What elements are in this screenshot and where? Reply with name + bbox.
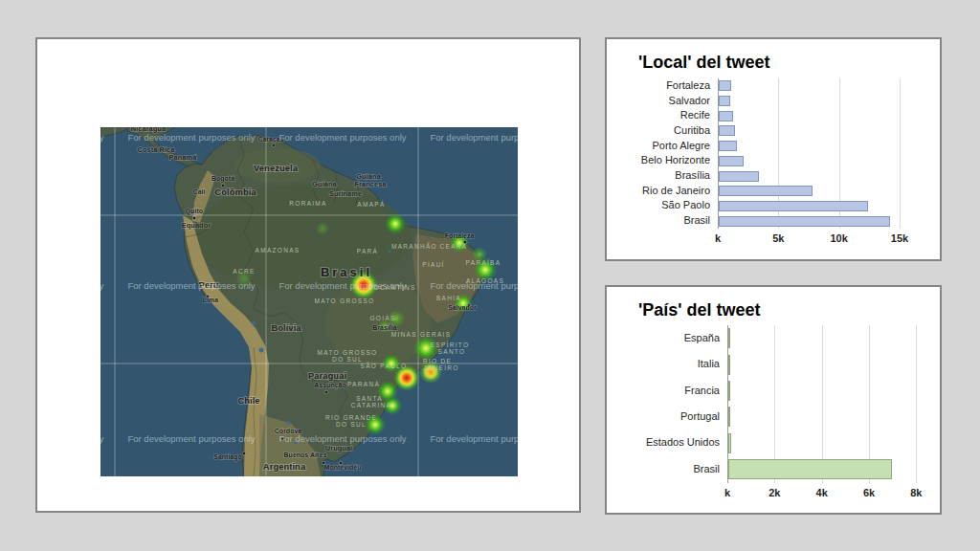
category-label: São Paolo (607, 199, 710, 210)
tick-label: 8k (897, 487, 935, 498)
category-label: Estados Unidos (607, 436, 720, 448)
city-dot (242, 452, 246, 455)
tick-label: 5k (759, 232, 797, 244)
state-label: PARANÁ (347, 380, 380, 387)
gridline (900, 78, 901, 229)
city-label: Santiago (213, 453, 242, 461)
category-label: España (607, 332, 720, 343)
state-label: SANTO (438, 348, 466, 355)
watermark: For development purposes only (278, 433, 406, 444)
tick-label: 10k (820, 232, 858, 244)
country-label: Uruguai (325, 444, 352, 452)
bar (719, 125, 735, 136)
state-label: MARANHÃO (391, 242, 437, 250)
state-label: ACRE (233, 268, 255, 275)
tick-label: k (699, 232, 737, 244)
bar (719, 216, 890, 227)
city-dot (324, 390, 328, 394)
category-label: Brasil (607, 214, 710, 226)
city-label: Cali (193, 188, 206, 195)
tick-label: 6k (850, 487, 888, 498)
watermark: For development purposes only (278, 132, 406, 143)
gridline (916, 325, 917, 483)
city-label: Montevidéu (324, 464, 362, 471)
category-label: Porto Alegre (607, 140, 710, 151)
state-label: CATARINA (351, 402, 391, 408)
watermark: For development purposes only (127, 433, 255, 444)
state-label: MATO GROSSO (315, 298, 375, 304)
city-label: Fortaleza (445, 232, 475, 239)
bar (728, 459, 892, 479)
country-label: Colômbia (214, 187, 256, 197)
local-chart-panel: 'Local' del tweet k5k10k15kFortalezaSalv… (605, 37, 942, 261)
bar (719, 111, 733, 121)
category-label: Italia (607, 358, 720, 369)
category-label: Brasília (607, 169, 710, 181)
country-label: Chile (237, 395, 259, 406)
map-canvas[interactable]: AMAZONASRORAIMAAMAPÁPARÁMARANHÃOCEARÁPIA… (100, 127, 518, 476)
country-label: Francesa (355, 180, 388, 188)
map-panel: AMAZONASRORAIMAAMAPÁPARÁMARANHÃOCEARÁPIA… (35, 37, 581, 513)
bar (719, 96, 730, 106)
watermark: For development purposes only (430, 132, 518, 143)
category-label: Curitiba (607, 124, 710, 136)
tick-label: 15k (880, 232, 919, 244)
pais-chart-panel: 'País' del tweet k2k4k6k8kEspañaItaliaFr… (605, 285, 942, 515)
bar (728, 433, 731, 453)
state-label: PARAÍBA (466, 258, 501, 266)
category-label: Recife (607, 109, 710, 121)
watermark: For development purposes only (278, 280, 406, 291)
city-dot (463, 240, 467, 244)
state-label: MINAS GERAIS (391, 331, 452, 338)
bar (719, 201, 868, 211)
state-label: PIAUÍ (422, 260, 444, 268)
bar (728, 407, 730, 427)
state-label: MATO GROSSO (318, 349, 378, 356)
city-label: Bogotá (212, 175, 234, 183)
country-label: Equador (182, 221, 211, 230)
state-label: PARÁ (357, 247, 378, 254)
state-label: RIO DE (423, 358, 452, 364)
category-label: Portugal (607, 410, 720, 422)
category-label: Fortaleza (607, 79, 710, 91)
city-label: Buenos Aires (284, 452, 327, 458)
watermark: For development purposes only (100, 433, 104, 444)
local-chart-plot: k5k10k15kFortalezaSalvadorRecifeCuritiba… (607, 39, 940, 259)
country-label-brasil: Brasil (321, 265, 372, 279)
city-dot (272, 143, 276, 147)
city-label: Lima (203, 297, 218, 303)
bar (719, 171, 759, 182)
state-label: DO SUL (336, 421, 367, 428)
bar (728, 328, 730, 348)
state-label: GOIÁS (369, 314, 395, 321)
state-label: SANTA (356, 395, 383, 402)
city-label: Brasília (372, 324, 396, 331)
city-dot (192, 216, 196, 220)
watermark: For development purposes only (100, 132, 104, 143)
state-label: AMAPÁ (357, 200, 385, 208)
state-label: BAHIA (436, 295, 461, 301)
watermark: For development purposes only (127, 132, 255, 143)
tick-label: 4k (803, 487, 841, 498)
heat-point (316, 222, 329, 235)
bar (728, 355, 730, 375)
category-label: Belo Horizonte (607, 154, 710, 165)
state-label: RIO GRANDE (325, 414, 377, 421)
category-label: Francia (607, 385, 720, 396)
bar (719, 80, 731, 91)
category-label: Salvador (607, 95, 710, 106)
city-label: Quito (186, 208, 203, 215)
city-dot (221, 184, 225, 187)
heat-point (385, 213, 406, 234)
category-label: Rio de Janeiro (607, 185, 710, 196)
country-label: Paraguai (308, 370, 346, 381)
bar (719, 141, 737, 151)
watermark: For development purposes only (430, 280, 518, 291)
country-label: Suriname (329, 189, 362, 198)
state-label: SÃO PAULO (361, 362, 408, 369)
category-label: Brasil (607, 463, 720, 474)
country-label: Argentina (263, 461, 306, 472)
city-label: Assunção (314, 382, 345, 389)
state-label: RORAIMA (289, 200, 326, 207)
pais-chart-plot: k2k4k6k8kEspañaItaliaFranciaPortugalEsta… (607, 287, 940, 513)
